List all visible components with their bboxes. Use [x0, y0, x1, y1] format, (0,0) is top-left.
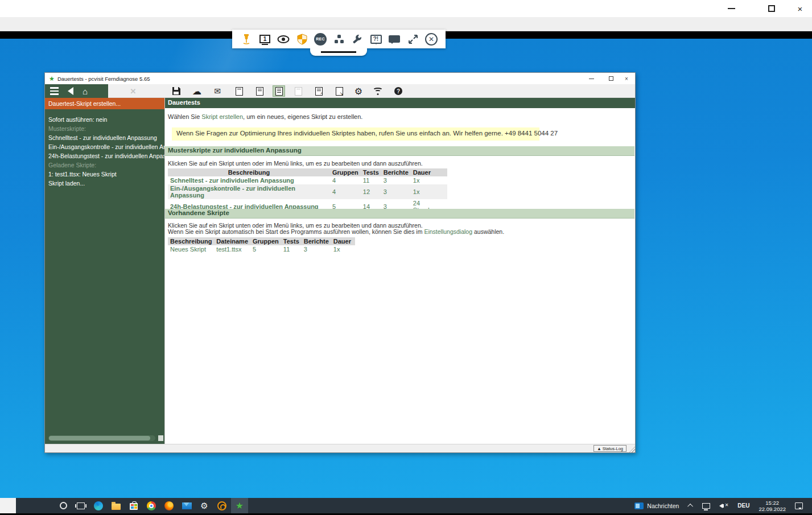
tray-network-button[interactable] — [698, 503, 715, 509]
system-tray: Nachrichten ✕ DEU 15:22 22.09.2022 — [629, 498, 807, 513]
tray-overflow-button[interactable] — [685, 504, 698, 508]
pin-toolbar-button[interactable] — [239, 32, 254, 47]
app-maximize-button[interactable] — [603, 73, 620, 84]
einstellungsdialog-link[interactable]: Einstellungsdialog — [424, 228, 472, 235]
outer-close-button[interactable]: × — [787, 0, 812, 17]
app-star-icon: ★ — [49, 76, 55, 82]
save-icon[interactable] — [170, 85, 183, 97]
table-row[interactable]: Schnelltest - zur individuellen Anpassun… — [168, 176, 447, 184]
scrollbar-right-button[interactable] — [158, 435, 163, 441]
report-detail-icon-active[interactable] — [273, 85, 285, 97]
table-row[interactable]: Ein-/Ausgangskontrolle - zur individuell… — [168, 184, 447, 199]
section-heading-musterskripte: Musterskripte zur individuellen Anpassun… — [165, 146, 634, 156]
news-icon — [634, 502, 644, 509]
maximize-icon — [768, 5, 775, 12]
record-button[interactable]: REC — [313, 32, 328, 47]
sidebar: Dauertest-Skript erstellen... Sofort aus… — [45, 98, 164, 444]
sidebar-item-skript-erstellen[interactable]: Dauertest-Skript erstellen... — [45, 98, 164, 109]
sessions-button[interactable] — [332, 32, 347, 47]
sidebar-item-sofort-ausfuehren[interactable]: Sofort ausführen: nein — [45, 115, 164, 124]
app-minimize-button[interactable] — [583, 73, 600, 84]
sidebar-item-test1-ttsx[interactable]: 1: test1.ttsx: Neues Skript — [45, 170, 164, 179]
firefox-icon — [164, 501, 174, 510]
record-icon: REC — [314, 33, 327, 46]
search-icon — [60, 502, 67, 509]
pcvisit-app-window: ★ Dauertests - pcvisit Ferndiagnose 5.65… — [44, 72, 636, 453]
app-titlebar[interactable]: ★ Dauertests - pcvisit Ferndiagnose 5.65 — [45, 73, 635, 84]
outer-titlebar — [0, 0, 812, 17]
clock-date: 22.09.2022 — [759, 506, 786, 512]
close-circle-icon: ✕ — [425, 33, 438, 46]
taskbar: ⚙ ★ Nachrichten ✕ DEU 15:22 22.09.2022 — [0, 498, 812, 513]
taskbar-recorder-button[interactable] — [213, 498, 230, 513]
sidebar-item-ein-ausgangskontrolle[interactable]: Ein-/Ausgangskontrolle - zur individuell… — [45, 142, 164, 151]
end-session-button[interactable]: ✕ — [424, 32, 439, 47]
section-heading-vorhandene: Vorhandene Skripte — [165, 209, 634, 219]
taskbar-search-button[interactable] — [55, 498, 72, 513]
start-button[interactable] — [0, 498, 16, 513]
tools-button[interactable] — [350, 32, 365, 47]
action-center-button[interactable] — [790, 502, 807, 509]
problem-report-button[interactable]: ?! — [369, 32, 384, 47]
language-label: DEU — [737, 502, 749, 509]
wifi-icon[interactable] — [372, 85, 384, 97]
app-window-title: Dauertests - pcvisit Ferndiagnose 5.65 — [57, 76, 150, 82]
menu-icon[interactable] — [50, 87, 59, 95]
report-standard-icon[interactable] — [253, 85, 266, 97]
tray-clock[interactable]: 15:22 22.09.2022 — [754, 500, 790, 512]
security-button[interactable] — [295, 32, 310, 47]
help-icon[interactable]: ? — [392, 85, 405, 97]
table-header-row: Beschreibung Gruppen Tests Berichte Daue… — [168, 168, 447, 176]
resize-grip[interactable] — [628, 445, 635, 452]
export-script-icon[interactable]: ↘ — [333, 85, 345, 97]
view-button[interactable] — [276, 32, 291, 47]
task-view-button[interactable] — [72, 498, 89, 513]
taskbar-mail-button[interactable] — [178, 498, 195, 513]
mail-icon[interactable]: ✉ — [211, 85, 224, 97]
sidebar-group-geladene-skripte: Geladene Skripte: — [45, 160, 164, 170]
scrollbar-thumb[interactable] — [49, 436, 150, 440]
table-row[interactable]: Neues Skript test1.ttsx 5 11 3 1x — [168, 245, 355, 253]
taskbar-chrome-button[interactable] — [143, 498, 160, 513]
outer-minimize-button[interactable] — [718, 0, 744, 17]
monitor-select-button[interactable]: 1 — [258, 32, 273, 47]
handle-grip-line — [321, 51, 356, 53]
taskbar-explorer-button[interactable] — [108, 498, 125, 513]
sidebar-item-24h-belastungstest[interactable]: 24h-Belastungstest - zur individuellen A… — [45, 151, 164, 160]
content-pane: Dauertests Wählen Sie Skript erstellen, … — [164, 98, 635, 444]
toolbar-handle[interactable] — [310, 48, 367, 56]
tray-language-button[interactable]: DEU — [733, 502, 754, 509]
expand-arrows-icon — [408, 34, 418, 44]
tray-volume-button[interactable]: ✕ — [715, 502, 733, 509]
cloud-icon[interactable]: ☁ — [191, 85, 203, 97]
fullscreen-button[interactable] — [406, 32, 421, 47]
skript-erstellen-link[interactable]: Skript erstellen — [201, 113, 243, 120]
report-preview-icon[interactable]: ⌕ — [312, 85, 325, 97]
taskbar-firefox-button[interactable] — [160, 498, 178, 513]
chat-button[interactable] — [387, 32, 402, 47]
back-icon[interactable] — [68, 87, 73, 95]
taskbar-edge-button[interactable] — [90, 498, 107, 513]
app-body: Dauertest-Skript erstellen... Sofort aus… — [45, 98, 635, 444]
mail-icon — [182, 502, 192, 509]
sidebar-item-schnelltest[interactable]: Schnelltest - zur individuellen Anpassun… — [45, 133, 164, 142]
maximize-icon — [609, 76, 613, 81]
taskbar-store-button[interactable] — [125, 498, 142, 513]
sidebar-group-musterskripte: Musterskripte: — [45, 124, 164, 133]
outer-maximize-button[interactable] — [759, 0, 785, 17]
report-brief-icon[interactable] — [233, 85, 245, 97]
app-statusbar: ▲ Status-Log — [45, 444, 635, 452]
taskbar-settings-button[interactable]: ⚙ — [196, 498, 213, 513]
network-display-icon — [702, 503, 710, 509]
status-log-button[interactable]: ▲ Status-Log — [593, 445, 626, 452]
screen: × 1 — [0, 0, 812, 515]
news-widget[interactable]: Nachrichten — [629, 502, 685, 509]
settings-gear-icon[interactable]: ⚙ — [352, 85, 365, 97]
taskbar-pcvisit-button-active[interactable]: ★ — [231, 498, 248, 513]
sidebar-horizontal-scrollbar[interactable] — [48, 435, 155, 441]
app-close-button[interactable]: × — [618, 73, 635, 84]
chrome-icon — [147, 501, 156, 510]
sidebar-item-skript-laden[interactable]: Skript laden... — [45, 179, 164, 188]
home-icon[interactable]: ⌂ — [83, 87, 88, 96]
report-disabled-icon — [292, 85, 304, 97]
